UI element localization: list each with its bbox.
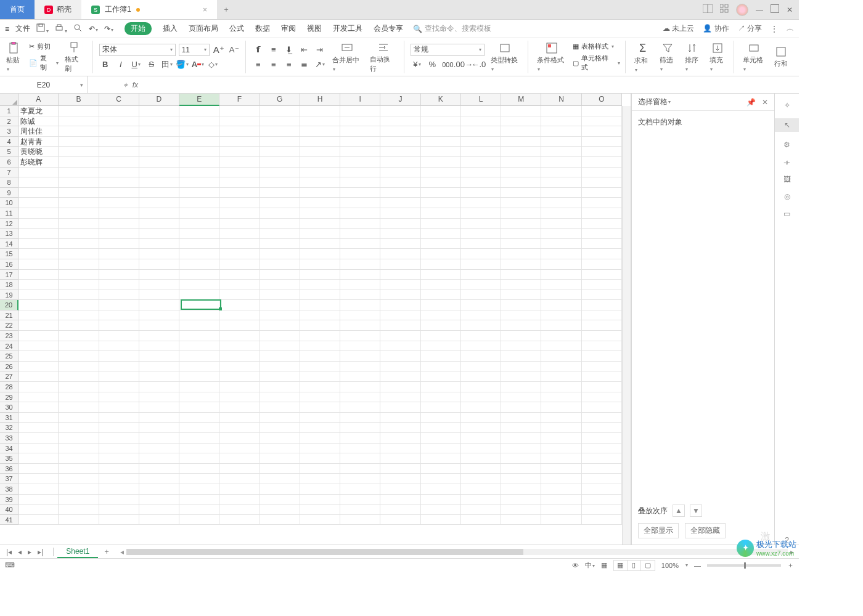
cell-H38[interactable]	[300, 484, 340, 495]
cell-L9[interactable]	[461, 188, 501, 198]
cell-H1[interactable]	[300, 106, 340, 116]
row-head-26[interactable]: 26	[0, 362, 18, 372]
cell-J23[interactable]	[380, 331, 420, 341]
cell-M10[interactable]	[501, 198, 541, 208]
cell-G34[interactable]	[260, 444, 300, 454]
cell-E37[interactable]	[179, 474, 219, 484]
tab-daoke[interactable]: D 稻壳	[35, 0, 81, 19]
cell-D9[interactable]	[139, 188, 179, 198]
cell-K7[interactable]	[421, 168, 461, 178]
cell-O19[interactable]	[582, 290, 622, 301]
cell-F3[interactable]	[219, 126, 260, 137]
row-head-34[interactable]: 34	[0, 444, 18, 454]
cell-A40[interactable]	[18, 505, 59, 515]
cell-G28[interactable]	[260, 382, 300, 392]
cell-D10[interactable]	[139, 198, 179, 208]
cell-B12[interactable]	[59, 219, 99, 229]
cell-F7[interactable]	[219, 168, 260, 178]
cell-G35[interactable]	[260, 453, 300, 464]
cell-C23[interactable]	[99, 331, 139, 341]
tab-formula[interactable]: 公式	[229, 23, 244, 34]
row-head-33[interactable]: 33	[0, 433, 18, 444]
row-head-41[interactable]: 41	[0, 515, 18, 525]
cell-I4[interactable]	[340, 137, 380, 147]
close-pane-icon[interactable]: ✕	[762, 98, 768, 107]
cell-E15[interactable]	[179, 249, 219, 259]
cell-D15[interactable]	[139, 249, 179, 259]
cell-I20[interactable]	[340, 300, 380, 310]
cell-B38[interactable]	[59, 484, 99, 495]
cell-O9[interactable]	[582, 188, 622, 198]
cell-N2[interactable]	[541, 116, 581, 127]
cell-L38[interactable]	[461, 484, 501, 495]
cell-I25[interactable]	[340, 351, 380, 362]
select-all-corner[interactable]	[0, 94, 18, 106]
row-head-9[interactable]: 9	[0, 188, 18, 198]
row-head-10[interactable]: 10	[0, 198, 18, 208]
input-mode-icon[interactable]: ⌨	[5, 561, 15, 569]
col-head-L[interactable]: L	[461, 94, 501, 106]
cell-D3[interactable]	[139, 126, 179, 137]
col-head-D[interactable]: D	[139, 94, 179, 106]
cell-F36[interactable]	[219, 464, 260, 474]
cell-E26[interactable]	[179, 362, 219, 372]
cell-E14[interactable]	[179, 239, 219, 249]
cell-D38[interactable]	[139, 484, 179, 495]
cell-G17[interactable]	[260, 270, 300, 280]
cell-F33[interactable]	[219, 433, 260, 444]
cell-B37[interactable]	[59, 474, 99, 484]
cell-G4[interactable]	[260, 137, 300, 147]
cell-J2[interactable]	[380, 116, 420, 127]
cell-M26[interactable]	[501, 362, 541, 372]
row-head-32[interactable]: 32	[0, 423, 18, 433]
cell-N25[interactable]	[541, 351, 581, 362]
cell-L16[interactable]	[461, 259, 501, 270]
cell-A12[interactable]	[18, 219, 59, 229]
cell-E36[interactable]	[179, 464, 219, 474]
cell-N19[interactable]	[541, 290, 581, 301]
strike-button[interactable]: S	[145, 59, 158, 71]
cell-E41[interactable]	[179, 515, 219, 525]
tab-review[interactable]: 审阅	[281, 23, 296, 34]
cell-K29[interactable]	[421, 392, 461, 403]
cell-I6[interactable]	[340, 157, 380, 168]
cell-M39[interactable]	[501, 495, 541, 505]
tab-insert[interactable]: 插入	[163, 23, 178, 34]
cell-D22[interactable]	[139, 320, 179, 331]
cell-O29[interactable]	[582, 392, 622, 403]
filter-button[interactable]: 筛选▾	[657, 41, 679, 73]
row-head-8[interactable]: 8	[0, 177, 18, 188]
cell-K17[interactable]	[421, 270, 461, 280]
cell-I1[interactable]	[340, 106, 380, 116]
cell-D28[interactable]	[139, 382, 179, 392]
cell-L15[interactable]	[461, 249, 501, 259]
cell-A32[interactable]	[18, 423, 59, 433]
cell-A13[interactable]	[18, 229, 59, 239]
italic-button[interactable]: I	[115, 59, 127, 71]
cell-C2[interactable]	[99, 116, 139, 127]
cell-G32[interactable]	[260, 423, 300, 433]
cell-M28[interactable]	[501, 382, 541, 392]
cell-A11[interactable]	[18, 208, 59, 219]
cut-button[interactable]: ✂ 剪切	[29, 42, 59, 51]
cell-K19[interactable]	[421, 290, 461, 301]
cell-L41[interactable]	[461, 515, 501, 525]
row-col-button[interactable]: 行和	[772, 44, 790, 70]
cell-L14[interactable]	[461, 239, 501, 249]
col-head-M[interactable]: M	[501, 94, 541, 106]
cell-K2[interactable]	[421, 116, 461, 127]
cell-A4[interactable]: 赵青青	[18, 137, 59, 147]
menu-icon[interactable]: ≡	[5, 25, 9, 33]
cell-K5[interactable]	[421, 147, 461, 157]
cell-J3[interactable]	[380, 126, 420, 137]
cell-A16[interactable]	[18, 259, 59, 270]
cell-D36[interactable]	[139, 464, 179, 474]
cell-A7[interactable]	[18, 168, 59, 178]
cell-K10[interactable]	[421, 198, 461, 208]
cell-H20[interactable]	[300, 300, 340, 310]
cell-I29[interactable]	[340, 392, 380, 403]
cell-M6[interactable]	[501, 157, 541, 168]
row-head-19[interactable]: 19	[0, 290, 18, 301]
cell-J17[interactable]	[380, 270, 420, 280]
formula-input[interactable]	[143, 76, 799, 93]
